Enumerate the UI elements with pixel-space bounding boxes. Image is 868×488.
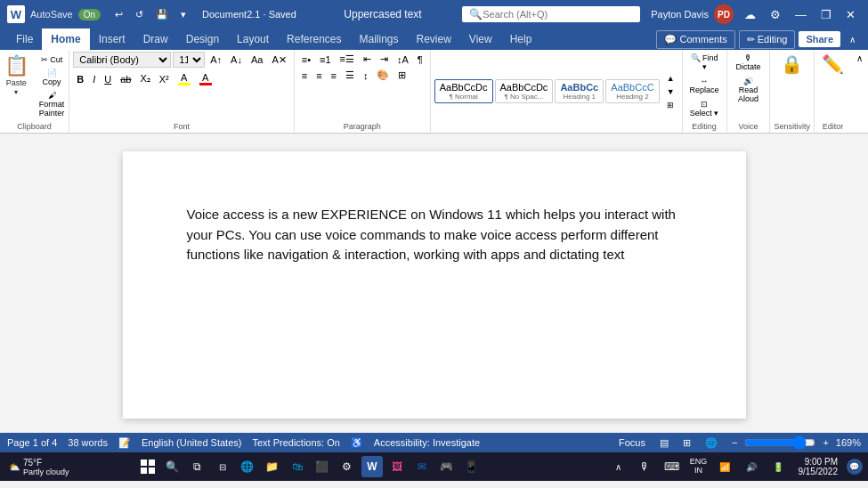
editing-button[interactable]: ✏ Editing [739,30,796,49]
battery-icon[interactable]: 🔋 [767,456,789,477]
focus-button[interactable]: Focus [615,435,649,450]
clock[interactable]: 9:00 PM 9/15/2022 [794,457,841,476]
shading-button[interactable]: 🎨 [373,68,393,83]
file-explorer-button[interactable]: 📁 [262,456,283,477]
task-view-button[interactable]: ⧉ [187,456,208,477]
tab-references[interactable]: References [278,28,350,50]
restore-button[interactable]: ❐ [815,4,837,25]
clear-formatting-button[interactable]: A✕ [268,53,289,68]
show-formatting-button[interactable]: ¶ [414,52,426,67]
dictate-button[interactable]: 🎙 Dictate [731,52,767,73]
tab-review[interactable]: Review [408,28,460,50]
ribbon-options-button[interactable]: ∧ [853,52,866,65]
style-normal[interactable]: AaBbCcDc ¶ Normal [434,79,493,103]
tab-draw[interactable]: Draw [134,28,177,50]
decrease-indent-button[interactable]: ⇤ [360,52,375,67]
zoom-slider[interactable] [744,435,815,450]
weather-widget[interactable]: ⛅ 75°F Partly cloudy [5,456,73,477]
notification-button[interactable]: 💬 [847,459,863,475]
start-button[interactable] [137,456,158,477]
store-button[interactable]: 🛍 [287,456,308,477]
paste-button[interactable]: 📋 Paste ▾ [1,52,32,98]
view-single-button[interactable]: ▤ [656,435,672,451]
volume-icon[interactable]: 🔊 [741,456,762,477]
borders-button[interactable]: ⊞ [394,68,410,83]
styles-scroll-up[interactable]: ▲ [663,72,678,85]
line-spacing-button[interactable]: ↕ [360,68,372,83]
copy-button[interactable]: 📄 Copy [36,67,69,88]
settings-taskbar-button[interactable]: ⚙ [337,456,358,477]
align-right-button[interactable]: ≡ [328,68,340,83]
underline-button[interactable]: U [101,72,115,86]
comments-button[interactable]: 💬 Comments [656,30,734,49]
close-button[interactable]: ✕ [840,4,861,25]
tab-mailings[interactable]: Mailings [350,28,407,50]
redo-button[interactable]: ↺ [132,7,147,22]
font-size-select[interactable]: 11 [173,52,205,68]
tab-design[interactable]: Design [177,28,228,50]
font-case-button[interactable]: Aa [247,53,266,67]
replace-button[interactable]: ↔ Replace [686,75,723,96]
style-heading2[interactable]: AaBbCcC Heading 2 [605,79,659,103]
tab-help[interactable]: Help [501,28,541,50]
terminal-button[interactable]: ⬛ [312,456,333,477]
keyboard-icon[interactable]: ⌨ [661,456,682,477]
search-bar[interactable]: 🔍 [462,6,640,22]
styles-scroll-down[interactable]: ▼ [663,85,678,98]
zoom-out-button[interactable]: − [728,435,741,450]
save-button[interactable]: 💾 [152,7,172,22]
subscript-button[interactable]: X₂ [136,71,153,86]
ribbon-collapse-button[interactable]: ∧ [844,31,861,48]
word-cloud-icon[interactable]: ☁ [739,4,761,25]
view-web-button[interactable]: 🌐 [702,435,721,451]
xbox-button[interactable]: 🎮 [436,456,458,477]
share-button[interactable]: Share [799,31,840,47]
font-grow-button[interactable]: A↑ [207,53,225,67]
search-input[interactable] [483,9,607,20]
photos-button[interactable]: 🖼 [386,456,408,477]
sensitivity-button[interactable]: 🔒 [777,52,807,77]
autosave-toggle[interactable]: On [78,9,101,20]
superscript-button[interactable]: X² [156,72,173,86]
user-avatar[interactable]: PD [714,4,734,24]
read-aloud-button[interactable]: 🔊 Read Aloud [731,75,767,105]
numbering-button[interactable]: ≡1 [316,52,335,67]
style-heading1[interactable]: AaBbCc Heading 1 [555,79,604,103]
word-taskbar-button[interactable]: W [361,456,383,477]
microphone-icon[interactable]: 🎙 [634,456,655,477]
strikethrough-button[interactable]: ab [117,72,134,86]
cut-button[interactable]: ✂ Cut [36,53,69,66]
style-no-space[interactable]: AaBbCcDc ¶ No Spac... [495,79,554,103]
find-button[interactable]: 🔍 Find ▾ [686,52,723,73]
highlight-button[interactable]: A [174,70,194,87]
wifi-icon[interactable]: 📶 [714,456,735,477]
bold-button[interactable]: B [73,72,87,86]
settings-button[interactable]: ⚙ [765,4,786,25]
italic-button[interactable]: I [89,72,99,86]
undo-button[interactable]: ↩ [111,7,126,22]
format-painter-button[interactable]: 🖌 Format Painter [36,89,69,119]
minimize-button[interactable]: — [790,4,812,25]
tab-home[interactable]: Home [42,28,89,50]
zoom-in-button[interactable]: + [819,435,831,450]
bullets-button[interactable]: ≡• [298,52,314,67]
align-left-button[interactable]: ≡ [298,68,311,83]
font-family-select[interactable]: Calibri (Body) [73,52,171,68]
chevron-up-icon[interactable]: ∧ [607,456,629,477]
font-color-button[interactable]: A [196,70,215,87]
increase-indent-button[interactable]: ⇥ [377,52,392,67]
widgets-button[interactable]: ⊟ [212,456,233,477]
tab-insert[interactable]: Insert [90,28,134,50]
mail-button[interactable]: ✉ [411,456,433,477]
align-center-button[interactable]: ≡ [312,68,325,83]
sort-button[interactable]: ↕A [393,52,412,67]
editor-button[interactable]: ✏️ [818,52,848,77]
language-indicator[interactable]: ENG IN [687,456,709,477]
edge-button[interactable]: 🌐 [237,456,258,477]
tab-file[interactable]: File [7,28,42,50]
phone-link-button[interactable]: 📱 [461,456,483,477]
view-multi-button[interactable]: ⊞ [679,435,694,451]
tab-view[interactable]: View [460,28,501,50]
font-shrink-button[interactable]: A↓ [227,53,246,67]
justify-button[interactable]: ☰ [342,68,358,83]
